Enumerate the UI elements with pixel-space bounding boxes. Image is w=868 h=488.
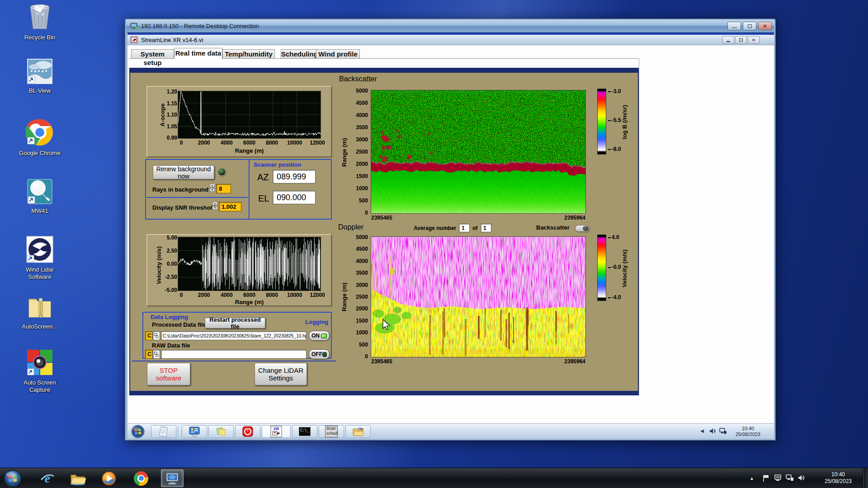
notepad-icon (159, 426, 169, 437)
tick-label: 0 (171, 292, 191, 298)
desktop-icon-label: AutoScreen... (19, 323, 61, 330)
scan-sched-icon: Scan sched (325, 426, 338, 437)
snr-value[interactable]: 1.002 (219, 202, 241, 211)
desktop-icon-bl-view[interactable]: BL-View (19, 59, 61, 94)
desktop-icon-label: Google Chrome (19, 150, 61, 157)
processed-drive-ring[interactable]: C (145, 331, 152, 340)
tick-label: 2000 (194, 292, 214, 298)
desktop-icon-label: Wind Lidar Software (18, 266, 61, 281)
processed-logging-toggle[interactable]: ON (309, 331, 330, 341)
processed-path-field[interactable]: C:\Lidar\Data\Proc\2023\202308\20230825\… (161, 331, 307, 340)
tick-label: 500 (359, 198, 368, 203)
tick-label: 2.50 (167, 248, 177, 253)
remote-volume-icon[interactable] (709, 427, 716, 435)
chrome-icon (26, 118, 54, 146)
folder-icon (352, 427, 364, 436)
snr-spinner[interactable]: ▲▼ (212, 202, 218, 210)
remote-scan-sched-button[interactable]: Scan sched (319, 425, 344, 438)
rays-spinner[interactable]: ▲▼ (209, 183, 215, 192)
restart-processed-file-button[interactable]: Restart processed file (205, 318, 265, 328)
average-number-field[interactable]: 1 (459, 224, 470, 232)
tick-label: 1.15 (167, 101, 177, 106)
remote-clock-time: 10:40 (736, 426, 760, 432)
tray-volume-icon[interactable] (797, 474, 805, 482)
taskbar-wmp-button[interactable] (98, 469, 120, 487)
tick-label: 1.05 (167, 124, 177, 129)
raw-drive-ring[interactable]: C (145, 350, 152, 359)
show-desktop-button[interactable] (863, 468, 868, 488)
tray-device-icon[interactable] (774, 474, 782, 482)
az-value[interactable]: 089.999 (273, 170, 316, 183)
tick-label: 2500 (356, 294, 368, 300)
remote-xr-vi-button[interactable]: XR (262, 425, 291, 438)
desktop-icon-auto-screen-capture[interactable]: Auto Screen Capture (18, 349, 61, 394)
tick-label: 1.10 (167, 112, 177, 117)
el-value[interactable]: 090.000 (273, 191, 316, 204)
raw-path-field[interactable] (161, 350, 307, 359)
tray-show-hidden-button[interactable]: ▲ (747, 474, 757, 483)
taskbar-rdp-button[interactable] (161, 469, 184, 487)
app-title-bar[interactable]: StreamLine XR v14-6.vi ✕ (127, 35, 774, 45)
tab-temp-humidity[interactable]: Temp/humidity (222, 49, 275, 58)
host-start-button[interactable] (4, 469, 22, 488)
stop-software-button[interactable]: STOP software (147, 363, 190, 385)
desktop-icon-mw41[interactable]: MW41 (19, 179, 61, 215)
tick-label: 4500 (356, 246, 368, 252)
desktop-icon-recycle-bin[interactable]: Recycle Bin (19, 3, 61, 41)
tick-label: 1500 (356, 318, 368, 324)
taskbar-ie-button[interactable]: e (36, 469, 59, 487)
tick-label: 0.00 (167, 261, 177, 267)
host-clock-date: 25/08/2023 (819, 478, 857, 485)
desktop-icon-wind-lidar[interactable]: Wind Lidar Software (18, 236, 61, 281)
tab-scheduling[interactable]: Scheduling (281, 49, 318, 58)
tray-network-icon[interactable] (786, 474, 794, 482)
renew-led[interactable] (217, 168, 226, 176)
remote-tray-expand-icon[interactable]: ◀ (700, 428, 704, 433)
remote-start-button[interactable] (131, 425, 145, 438)
app-restore-button[interactable] (735, 36, 747, 44)
backscatter-toggle-label: Backscatter (536, 224, 570, 231)
remote-display-settings-button[interactable] (182, 425, 207, 438)
tab-real-time-data[interactable]: Real time data (174, 48, 222, 59)
tick-label: 3000 (356, 282, 368, 288)
remote-network-icon[interactable] (719, 427, 727, 435)
rdp-title-bar[interactable]: 192.168.0.150 - Remote Desktop Connectio… (126, 20, 774, 33)
remote-notepad-button[interactable] (151, 425, 176, 438)
host-clock[interactable]: 10:40 25/08/2023 (819, 471, 857, 485)
app-close-button[interactable]: ✕ (748, 36, 760, 44)
backscatter-toggle[interactable] (575, 225, 590, 232)
remote-clock[interactable]: 10:40 25/08/2023 (736, 426, 760, 437)
rdp-maximize-button[interactable] (743, 22, 756, 30)
rays-value[interactable]: 8 (216, 184, 231, 193)
rdp-window-icon (130, 23, 138, 30)
tick-label: 3500 (356, 125, 368, 130)
desktop-icon-autoscreen-zip[interactable]: AutoScreen... (19, 295, 61, 330)
host-taskbar: e ▲ 10:40 25/08/2023 (0, 468, 868, 488)
processed-browse-icon[interactable] (153, 331, 160, 340)
change-lidar-settings-button[interactable]: Change LiDAR Settings (255, 363, 307, 385)
raw-logging-toggle[interactable]: OFF (309, 349, 330, 359)
taskbar-explorer-button[interactable] (66, 469, 89, 487)
desktop-icon-google-chrome[interactable]: Google Chrome (19, 118, 61, 157)
wind-lidar-icon (26, 236, 53, 263)
tick-label: -2.50 (165, 274, 177, 280)
tab-wind-profile[interactable]: Wind profile (316, 49, 360, 58)
taskbar-chrome-button[interactable] (130, 469, 152, 487)
raw-browse-icon[interactable] (153, 350, 160, 359)
average-total-field[interactable]: 1 (481, 224, 491, 232)
app-minimize-button[interactable] (722, 36, 734, 44)
renew-background-button[interactable]: Renew background now (153, 165, 214, 179)
rdp-close-button[interactable]: ✕ (758, 22, 772, 30)
remote-sticky-notes-button[interactable] (208, 425, 234, 438)
tab-system-setup[interactable]: System setup (131, 49, 174, 58)
tray-flag-icon[interactable] (762, 474, 769, 482)
rdp-minimize-button[interactable]: — (727, 22, 741, 30)
display-settings-icon (189, 426, 200, 437)
wmp-icon (101, 471, 117, 486)
remote-cmd-button[interactable]: C:\_ (292, 425, 317, 438)
remote-explorer-button[interactable] (345, 425, 371, 438)
controls-divider (249, 160, 250, 219)
xr-vi-icon: XR (270, 426, 282, 437)
cb-tick: -5.5 (608, 117, 621, 123)
remote-power-button[interactable] (235, 425, 260, 438)
